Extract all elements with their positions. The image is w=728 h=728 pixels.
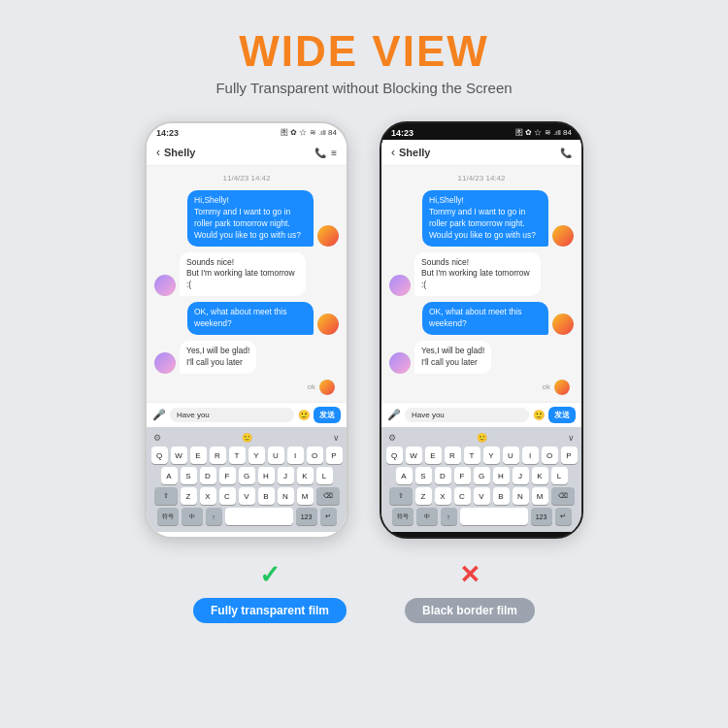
key-G-white[interactable]: G	[239, 467, 255, 484]
key-M-dark[interactable]: M	[532, 487, 548, 505]
key-G-dark[interactable]: G	[474, 467, 490, 484]
key-shift-white[interactable]: ⇧	[154, 487, 178, 505]
key-enter-white[interactable]: ↵	[320, 508, 337, 525]
key-P-dark[interactable]: P	[561, 447, 578, 464]
key-O-white[interactable]: O	[307, 447, 323, 464]
chat-messages-dark: 11/4/23 14:42 Hi,Shelly!Tommy and I want…	[381, 166, 581, 402]
key-R-white[interactable]: R	[210, 447, 226, 464]
key-H-white[interactable]: H	[258, 467, 275, 484]
back-arrow-dark[interactable]: ‹	[391, 146, 395, 159]
key-up-white[interactable]: ↑	[206, 508, 222, 525]
key-T-white[interactable]: T	[229, 447, 246, 464]
key-O-dark[interactable]: O	[542, 447, 558, 464]
key-V-dark[interactable]: V	[474, 487, 490, 505]
mic-icon-white[interactable]: 🎤	[152, 409, 166, 421]
key-enter-dark[interactable]: ↵	[555, 508, 572, 525]
black-border-badge: Black border film	[405, 598, 535, 623]
input-field-dark[interactable]: Have you	[405, 408, 529, 422]
ok-text-white: ok	[308, 382, 315, 391]
kb-settings-icon-white[interactable]: ⚙	[153, 433, 161, 443]
key-T-dark[interactable]: T	[464, 447, 480, 464]
key-H-dark[interactable]: H	[493, 467, 510, 484]
key-P-white[interactable]: P	[326, 447, 343, 464]
key-A-white[interactable]: A	[161, 467, 178, 484]
chat-header-left-dark: ‹ Shelly	[391, 146, 430, 159]
key-del-dark[interactable]: ⌫	[551, 487, 575, 505]
key-B-dark[interactable]: B	[493, 487, 510, 505]
key-Q-dark[interactable]: Q	[386, 447, 403, 464]
key-Z-dark[interactable]: Z	[415, 487, 432, 505]
key-U-white[interactable]: U	[268, 447, 284, 464]
key-123-white[interactable]: 123	[296, 508, 317, 525]
key-K-dark[interactable]: K	[532, 467, 548, 484]
kb-emoji-bar-dark[interactable]: 🙂	[477, 433, 487, 443]
mic-icon-dark[interactable]: 🎤	[387, 409, 401, 421]
key-B-white[interactable]: B	[258, 487, 275, 505]
bubble-sent-1-white: Hi,Shelly!Tommy and I want to go in roll…	[187, 190, 314, 247]
key-N-white[interactable]: N	[278, 487, 294, 505]
key-S-white[interactable]: S	[181, 467, 197, 484]
key-space-dark[interactable]	[460, 508, 528, 525]
ok-text-dark: ok	[543, 382, 550, 391]
key-cn-white[interactable]: 中	[182, 508, 203, 525]
key-F-white[interactable]: F	[219, 467, 236, 484]
key-S-dark[interactable]: S	[415, 467, 432, 484]
key-V-white[interactable]: V	[239, 487, 255, 505]
key-Z-white[interactable]: Z	[181, 487, 197, 505]
key-space-white[interactable]	[225, 508, 293, 525]
back-arrow-white[interactable]: ‹	[156, 146, 160, 159]
white-phone: 14:23 图 ✿ ☆ ≋ .ıll 84 ‹ Shelly 📞 ≡ 11/4/…	[145, 121, 348, 539]
key-W-dark[interactable]: W	[406, 447, 422, 464]
key-Y-dark[interactable]: Y	[483, 447, 500, 464]
emoji-icon-white[interactable]: 🙂	[298, 410, 310, 420]
key-123-dark[interactable]: 123	[531, 508, 552, 525]
key-sym-white[interactable]: 符号	[157, 508, 179, 525]
key-J-white[interactable]: J	[278, 467, 294, 484]
key-W-white[interactable]: W	[171, 447, 187, 464]
msg-sent-2-dark: OK, what about meet this weekend?	[389, 302, 574, 335]
kb-expand-icon-dark[interactable]: ∨	[568, 433, 575, 443]
key-F-dark[interactable]: F	[454, 467, 471, 484]
bottom-section: ✓ Fully transparent film ✕ Black border …	[193, 560, 535, 623]
key-U-dark[interactable]: U	[503, 447, 519, 464]
key-A-dark[interactable]: A	[396, 467, 413, 484]
key-E-dark[interactable]: E	[425, 447, 442, 464]
key-R-dark[interactable]: R	[445, 447, 461, 464]
key-sym-dark[interactable]: 符号	[392, 508, 414, 525]
key-cn-dark[interactable]: 中	[416, 508, 438, 525]
phones-container: 14:23 图 ✿ ☆ ≋ .ıll 84 ‹ Shelly 📞 ≡ 11/4/…	[145, 121, 583, 539]
key-L-white[interactable]: L	[316, 467, 333, 484]
send-btn-white[interactable]: 发送	[314, 407, 341, 423]
key-D-dark[interactable]: D	[435, 467, 451, 484]
key-I-dark[interactable]: I	[522, 447, 539, 464]
key-J-dark[interactable]: J	[513, 467, 529, 484]
key-shift-dark[interactable]: ⇧	[389, 487, 413, 505]
input-field-white[interactable]: Have you	[170, 408, 294, 422]
kb-expand-icon-white[interactable]: ∨	[333, 433, 340, 443]
key-K-white[interactable]: K	[297, 467, 314, 484]
key-E-white[interactable]: E	[190, 447, 207, 464]
kb-row-4-white: 符号 中 ↑ 123 ↵	[149, 508, 344, 525]
key-Y-white[interactable]: Y	[248, 447, 265, 464]
key-Q-white[interactable]: Q	[151, 447, 168, 464]
menu-icon-white[interactable]: ≡	[331, 148, 337, 158]
key-X-white[interactable]: X	[200, 487, 216, 505]
send-btn-dark[interactable]: 发送	[548, 407, 576, 423]
key-X-dark[interactable]: X	[435, 487, 451, 505]
msg-sent-2-white: OK, what about meet this weekend?	[154, 302, 339, 335]
key-del-white[interactable]: ⌫	[316, 487, 340, 505]
key-N-dark[interactable]: N	[513, 487, 529, 505]
key-D-white[interactable]: D	[200, 467, 216, 484]
kb-settings-icon-dark[interactable]: ⚙	[388, 433, 396, 443]
phone-icon-white[interactable]: 📞	[314, 148, 326, 158]
avatar-sent-1-white	[317, 225, 339, 247]
key-up-dark[interactable]: ↑	[441, 508, 457, 525]
key-C-white[interactable]: C	[219, 487, 236, 505]
kb-emoji-bar-white[interactable]: 🙂	[242, 433, 252, 443]
key-C-dark[interactable]: C	[454, 487, 471, 505]
key-M-white[interactable]: M	[297, 487, 314, 505]
phone-icon-dark[interactable]: 📞	[560, 148, 572, 158]
key-I-white[interactable]: I	[287, 447, 304, 464]
emoji-icon-dark[interactable]: 🙂	[533, 410, 545, 420]
key-L-dark[interactable]: L	[551, 467, 568, 484]
